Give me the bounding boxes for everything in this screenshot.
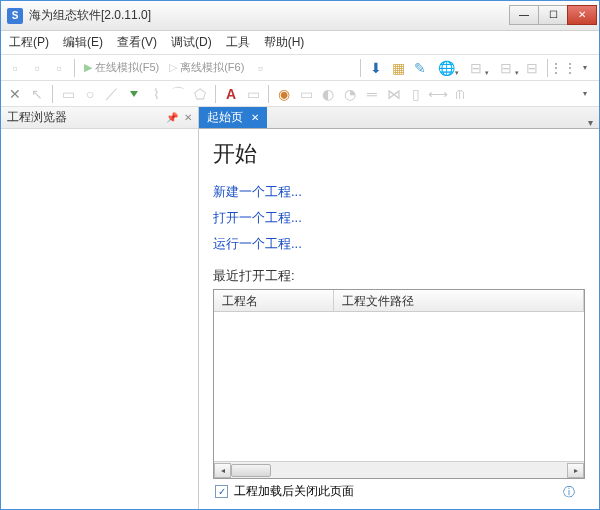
close-after-load-label[interactable]: 工程加载后关闭此页面 — [234, 483, 354, 500]
col-project-path[interactable]: 工程文件路径 — [334, 290, 584, 311]
minimize-button[interactable]: — — [509, 5, 539, 25]
pointer-icon[interactable]: ↖ — [27, 84, 47, 104]
toolbar-2: ✕ ↖ ▭ ○ ／ ⌇ ⌒ ⬠ A ▭ ◉ ▭ ◐ ◔ ═ ⋈ ▯ ⟷ ⫙ ▾ — [1, 81, 599, 107]
script-icon[interactable]: ✎ — [410, 58, 430, 78]
window-title: 海为组态软件[2.0.11.0] — [29, 7, 510, 24]
toolbar-1: ▫ ▫ ▫ ▶ 在线模拟(F5) ▷ 离线模拟(F6) ▫ ⬇ ▦ ✎ 🌐 ⊟ … — [1, 55, 599, 81]
online-sim-button[interactable]: ▶ 在线模拟(F5) — [80, 58, 163, 78]
tab-close-icon[interactable]: ✕ — [251, 112, 259, 123]
panel-header: 工程浏览器 📌 ✕ — [1, 107, 198, 129]
horizontal-scrollbar[interactable]: ◂ ▸ — [214, 461, 584, 478]
project-browser-panel: 工程浏览器 📌 ✕ — [1, 107, 199, 509]
label-icon[interactable]: ▭ — [243, 84, 263, 104]
open-project-link[interactable]: 打开一个工程... — [213, 209, 585, 227]
info-icon[interactable]: ⓘ — [563, 484, 577, 498]
tank-icon[interactable]: ▯ — [406, 84, 426, 104]
polygon-icon[interactable]: ⬠ — [190, 84, 210, 104]
text-icon[interactable]: A — [221, 84, 241, 104]
menu-help[interactable]: 帮助(H) — [264, 34, 305, 51]
new-project-link[interactable]: 新建一个工程... — [213, 183, 585, 201]
download-icon[interactable]: ⬇ — [366, 58, 386, 78]
rect-icon[interactable]: ▭ — [58, 84, 78, 104]
tab-dropdown-icon[interactable]: ▾ — [588, 117, 593, 128]
menu-edit[interactable]: 编辑(E) — [63, 34, 103, 51]
pin-icon[interactable]: 📌 — [166, 112, 178, 123]
device-icon[interactable]: ▦ — [388, 58, 408, 78]
app-window: S 海为组态软件[2.0.11.0] — ☐ ✕ 工程(P) 编辑(E) 查看(… — [0, 0, 600, 510]
play-tri-icon[interactable] — [124, 84, 144, 104]
align-dropdown-1[interactable]: ⊟ — [462, 58, 490, 78]
app-icon: S — [7, 8, 23, 24]
distribute-icon[interactable]: ⊟ — [522, 58, 542, 78]
overflow-icon[interactable]: ▾ — [575, 58, 595, 78]
line-icon[interactable]: ／ — [102, 84, 122, 104]
titlebar: S 海为组态软件[2.0.11.0] — ☐ ✕ — [1, 1, 599, 31]
arc-icon[interactable]: ⌒ — [168, 84, 188, 104]
circle-icon[interactable]: ○ — [80, 84, 100, 104]
polyline-icon[interactable]: ⌇ — [146, 84, 166, 104]
open-icon[interactable]: ▫ — [27, 58, 47, 78]
button-widget-icon[interactable]: ▭ — [296, 84, 316, 104]
trend-icon[interactable]: ⫙ — [450, 84, 470, 104]
panel-close-icon[interactable]: ✕ — [184, 112, 192, 123]
recent-projects-table: 工程名 工程文件路径 ◂ ▸ — [213, 289, 585, 479]
run-project-link[interactable]: 运行一个工程... — [213, 235, 585, 253]
play-outline-icon: ▷ — [169, 61, 177, 74]
menubar: 工程(P) 编辑(E) 查看(V) 调试(D) 工具 帮助(H) — [1, 31, 599, 55]
new-icon[interactable]: ▫ — [5, 58, 25, 78]
lang-dropdown[interactable]: 🌐 — [432, 58, 460, 78]
play-icon: ▶ — [84, 61, 92, 74]
align-dropdown-2[interactable]: ⊟ — [492, 58, 520, 78]
table-body — [214, 312, 584, 461]
close-after-load-checkbox[interactable]: ✓ — [215, 485, 228, 498]
page-heading: 开始 — [213, 139, 585, 169]
menu-tools[interactable]: 工具 — [226, 34, 250, 51]
tabbar: 起始页 ✕ ▾ — [199, 107, 599, 129]
stop-icon[interactable]: ▫ — [250, 58, 270, 78]
menu-view[interactable]: 查看(V) — [117, 34, 157, 51]
save-icon[interactable]: ▫ — [49, 58, 69, 78]
tab-label: 起始页 — [207, 109, 243, 126]
start-page: 开始 新建一个工程... 打开一个工程... 运行一个工程... 最近打开工程:… — [199, 129, 599, 509]
close-button[interactable]: ✕ — [567, 5, 597, 25]
valve-icon[interactable]: ⋈ — [384, 84, 404, 104]
overflow-2-icon[interactable]: ▾ — [575, 84, 595, 104]
scroll-track[interactable] — [231, 463, 567, 478]
menu-project[interactable]: 工程(P) — [9, 34, 49, 51]
offline-sim-button[interactable]: ▷ 离线模拟(F6) — [165, 58, 248, 78]
recent-projects-label: 最近打开工程: — [213, 267, 585, 285]
meter-icon[interactable]: ◔ — [340, 84, 360, 104]
scroll-right-icon[interactable]: ▸ — [567, 463, 584, 478]
pipe-icon[interactable]: ═ — [362, 84, 382, 104]
maximize-button[interactable]: ☐ — [538, 5, 568, 25]
scroll-left-icon[interactable]: ◂ — [214, 463, 231, 478]
grip-icon[interactable]: ⋮⋮ — [553, 58, 573, 78]
close-doc-icon[interactable]: ✕ — [5, 84, 25, 104]
menu-debug[interactable]: 调试(D) — [171, 34, 212, 51]
start-page-footer: ✓ 工程加载后关闭此页面 ⓘ — [213, 479, 585, 503]
panel-body — [1, 129, 198, 509]
slider-icon[interactable]: ⟷ — [428, 84, 448, 104]
panel-title: 工程浏览器 — [7, 109, 67, 126]
dial-icon[interactable]: ◐ — [318, 84, 338, 104]
scroll-thumb[interactable] — [231, 464, 271, 477]
tab-start-page[interactable]: 起始页 ✕ — [199, 107, 267, 128]
lamp-icon[interactable]: ◉ — [274, 84, 294, 104]
col-project-name[interactable]: 工程名 — [214, 290, 334, 311]
